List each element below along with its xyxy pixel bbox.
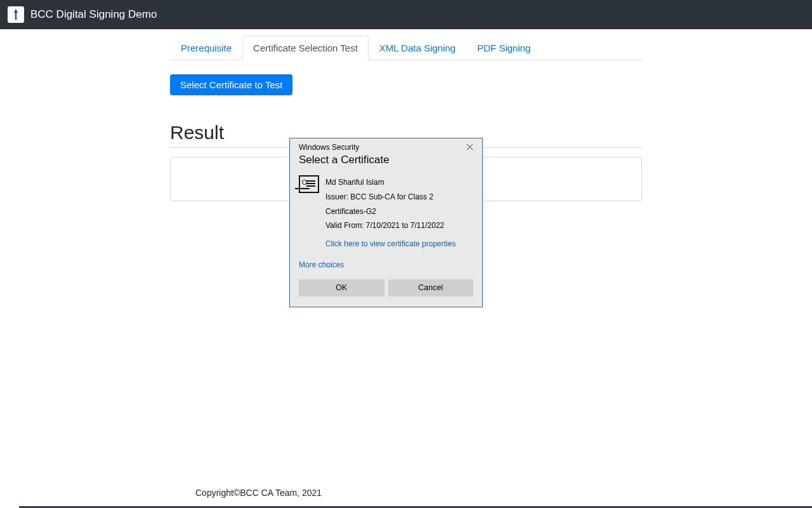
dialog-window-title: Windows Security (299, 143, 359, 152)
app-logo (8, 6, 24, 23)
more-choices-link[interactable]: More choices (290, 251, 353, 272)
view-certificate-properties-link[interactable]: Click here to view certificate propertie… (325, 237, 455, 251)
tab-pdf-signing[interactable]: PDF Signing (466, 36, 541, 60)
tab-xml-data-signing[interactable]: XML Data Signing (369, 36, 466, 60)
certificate-validity: Valid From: 7/10/2021 to 7/11/2022 (325, 218, 473, 233)
dialog-close-button[interactable] (464, 142, 476, 152)
certificate-entry[interactable]: Md Shariful Islam Issuer: BCC Sub-CA for… (290, 173, 482, 251)
tab-prerequisite[interactable]: Prerequisite (170, 36, 242, 60)
svg-rect-0 (15, 18, 17, 20)
windows-security-dialog: Windows Security Select a Certificate Md… (289, 138, 483, 307)
app-header: BCC Digital Signing Demo (0, 0, 812, 29)
certificate-icon (299, 175, 319, 193)
certificate-issuer: Issuer: BCC Sub-CA for Class 2 Certifica… (325, 190, 473, 219)
close-icon (466, 144, 473, 150)
cancel-button[interactable]: Cancel (388, 279, 474, 297)
footer-text: Copyright©BCC CA Team, 2021 (195, 488, 322, 498)
certificate-subject: Md Shariful Islam (325, 175, 473, 190)
pen-icon (11, 8, 20, 21)
ok-button[interactable]: OK (299, 279, 384, 297)
app-title: BCC Digital Signing Demo (30, 8, 157, 21)
dialog-heading: Select a Certificate (290, 154, 482, 173)
select-certificate-button[interactable]: Select Certificate to Test (170, 74, 292, 95)
tab-certificate-selection-test[interactable]: Certificate Selection Test (242, 36, 369, 60)
tab-bar: Prerequisite Certificate Selection Test … (170, 36, 642, 60)
